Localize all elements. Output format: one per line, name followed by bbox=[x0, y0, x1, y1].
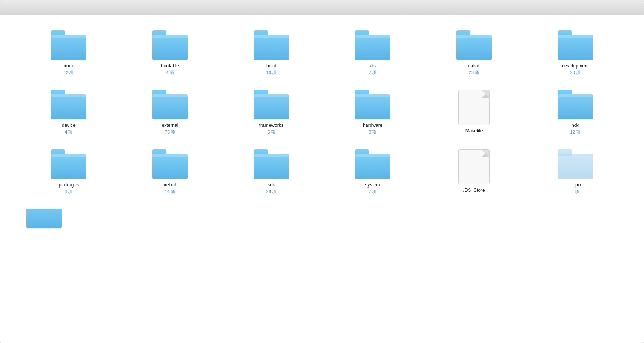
file-count: 6 项 bbox=[572, 189, 579, 195]
file-count: 23 项 bbox=[469, 70, 479, 76]
file-count: 4 项 bbox=[166, 70, 174, 76]
file-count: 12 项 bbox=[63, 70, 74, 76]
file-count: 5 项 bbox=[268, 129, 275, 135]
folder-icon bbox=[152, 30, 188, 60]
file-count: 12 项 bbox=[570, 129, 581, 135]
document-icon bbox=[458, 90, 490, 125]
file-grid: bionic 12 项 bootable 4 项 build 10 项 cts … bbox=[20, 27, 624, 198]
folder-icon bbox=[355, 30, 390, 60]
file-name: frameworks bbox=[259, 123, 284, 128]
folder-icon bbox=[558, 90, 593, 119]
list-item[interactable]: device 4 项 bbox=[20, 87, 118, 138]
titlebar bbox=[0, 0, 644, 15]
list-item[interactable]: sdk 28 项 bbox=[223, 146, 320, 198]
list-item[interactable]: .DS_Store bbox=[425, 146, 523, 198]
file-name: .DS_Store bbox=[463, 188, 485, 193]
list-item[interactable]: external 75 项 bbox=[121, 87, 219, 138]
file-name: ndk bbox=[572, 123, 579, 128]
folder-icon bbox=[152, 90, 188, 119]
file-count: 10 项 bbox=[266, 70, 277, 76]
list-item[interactable]: build 10 项 bbox=[223, 27, 320, 79]
file-name: device bbox=[62, 123, 76, 128]
file-name: Makefile bbox=[465, 128, 483, 134]
folder-icon bbox=[51, 30, 86, 60]
file-name: packages bbox=[59, 182, 79, 188]
file-name: prebuilt bbox=[162, 182, 177, 188]
folder-icon bbox=[355, 90, 390, 119]
file-count: 14 项 bbox=[165, 189, 175, 195]
list-item[interactable]: dalvik 23 项 bbox=[425, 27, 523, 79]
folder-icon bbox=[456, 30, 492, 60]
list-item[interactable]: system 7 项 bbox=[324, 146, 421, 198]
finder-window: bionic 12 项 bootable 4 项 build 10 项 cts … bbox=[0, 0, 644, 343]
file-count: 8 项 bbox=[369, 129, 376, 135]
document-icon bbox=[458, 149, 490, 184]
folder-icon bbox=[254, 149, 289, 179]
file-name: bootable bbox=[161, 63, 179, 69]
file-name: bionic bbox=[63, 63, 75, 69]
file-count: 4 项 bbox=[65, 129, 72, 135]
list-item[interactable]: cts 7 项 bbox=[324, 27, 421, 79]
list-item[interactable] bbox=[23, 206, 65, 235]
file-count: 75 项 bbox=[165, 129, 175, 135]
file-name: build bbox=[266, 63, 276, 69]
file-count: 20 项 bbox=[570, 70, 581, 76]
list-item[interactable]: frameworks 5 项 bbox=[223, 87, 320, 138]
list-item[interactable]: .repo 6 项 bbox=[526, 146, 624, 198]
file-count: 6 项 bbox=[65, 189, 72, 195]
file-name: hardware bbox=[363, 123, 382, 128]
list-item[interactable]: packages 6 项 bbox=[20, 146, 118, 198]
folder-icon bbox=[254, 30, 289, 60]
folder-icon bbox=[152, 149, 188, 179]
folder-icon bbox=[254, 90, 289, 119]
file-name: .repo bbox=[570, 182, 581, 188]
list-item[interactable]: hardware 8 项 bbox=[324, 87, 421, 138]
file-count: 7 项 bbox=[369, 189, 376, 195]
folder-icon bbox=[355, 149, 390, 179]
file-name: dalvik bbox=[468, 63, 480, 69]
folder-icon bbox=[51, 90, 86, 119]
list-item[interactable]: ndk 12 项 bbox=[526, 87, 624, 138]
file-name: sdk bbox=[268, 182, 275, 188]
file-count: 7 项 bbox=[369, 70, 376, 76]
folder-icon bbox=[51, 149, 86, 179]
folder-icon bbox=[558, 30, 593, 60]
file-count: 28 项 bbox=[266, 189, 277, 195]
file-name: system bbox=[365, 182, 380, 188]
file-browser-content: bionic 12 项 bootable 4 项 build 10 项 cts … bbox=[0, 15, 644, 343]
folder-light-icon bbox=[558, 149, 593, 179]
list-item[interactable]: development 20 项 bbox=[526, 27, 624, 79]
file-name: development bbox=[562, 63, 589, 69]
file-name: external bbox=[162, 123, 179, 128]
list-item[interactable]: Makefile bbox=[425, 87, 523, 138]
file-name: cts bbox=[370, 63, 376, 69]
list-item[interactable]: bionic 12 项 bbox=[20, 27, 118, 79]
list-item[interactable]: prebuilt 14 项 bbox=[121, 146, 219, 198]
list-item[interactable]: bootable 4 项 bbox=[121, 27, 219, 79]
